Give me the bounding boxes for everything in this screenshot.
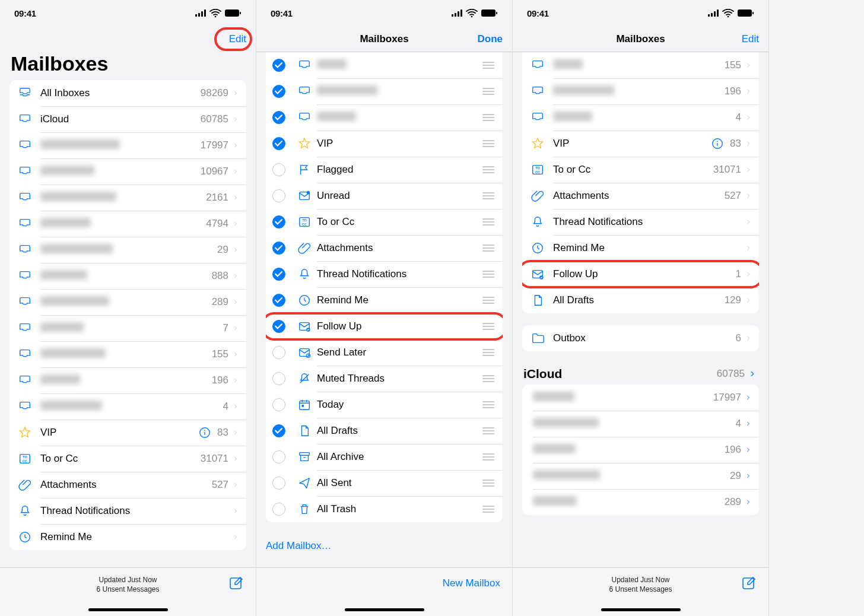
mailbox-edit-row[interactable] [266,52,503,78]
mailbox-edit-row[interactable]: Muted Threads [266,366,503,392]
checkbox[interactable] [266,503,292,516]
checkbox[interactable] [266,424,292,437]
checkbox[interactable] [266,137,292,150]
drag-handle-icon[interactable] [481,140,495,147]
checkbox[interactable] [266,242,292,255]
compose-icon[interactable] [228,576,244,592]
mailbox-row[interactable]: VIP 83 [522,131,759,157]
mailbox-scroll[interactable]: 155 196 4 VIP 83 [513,52,768,567]
mailbox-row[interactable]: 888 [9,263,246,289]
mailbox-row[interactable]: VIP 83 [9,420,246,446]
new-mailbox-button[interactable]: New Mailbox [443,577,500,589]
drag-handle-icon[interactable] [481,245,495,252]
mailbox-edit-row[interactable]: Unread [266,183,503,209]
checkbox[interactable] [266,320,292,333]
drag-handle-icon[interactable] [481,62,495,69]
mailbox-edit-row[interactable]: Flagged [266,157,503,183]
mailbox-row[interactable]: 10967 [9,158,246,185]
drag-handle-icon[interactable] [481,297,495,304]
drag-handle-icon[interactable] [481,271,495,278]
mailbox-edit-row[interactable]: Send Later [266,339,503,366]
mailbox-row[interactable]: Thread Notifications [522,209,759,235]
checkbox[interactable] [266,477,292,490]
mailbox-row[interactable]: 2161 [9,185,246,211]
folder-row[interactable]: 17997 [522,385,759,411]
drag-handle-icon[interactable] [481,166,495,173]
compose-icon[interactable] [741,576,757,592]
mailbox-edit-row[interactable]: All Trash [266,496,503,522]
outbox-row[interactable]: Outbox 6 [522,325,759,351]
mailbox-row[interactable]: 4 [9,393,246,420]
checkbox[interactable] [266,450,292,463]
checkbox[interactable] [266,346,292,359]
drag-handle-icon[interactable] [481,401,495,408]
mailbox-edit-row[interactable] [266,104,503,131]
drag-handle-icon[interactable] [481,480,495,487]
mailbox-row[interactable]: 196 [9,367,246,393]
drag-handle-icon[interactable] [481,453,495,461]
mailbox-row[interactable]: 196 [522,78,759,104]
mailbox-row[interactable]: All Drafts 129 [522,287,759,313]
mailbox-edit-row[interactable]: Thread Notifications [266,261,503,287]
mailbox-row[interactable]: 155 [9,341,246,367]
mailbox-row[interactable]: Attachments 527 [9,472,246,498]
add-mailbox-button[interactable]: Add Mailbox… [256,534,512,558]
mailbox-row[interactable]: Thread Notifications [9,498,246,524]
checkbox[interactable] [266,59,292,72]
mailbox-row[interactable]: 4794 [9,211,246,237]
drag-handle-icon[interactable] [481,349,495,356]
checkbox[interactable] [266,398,292,411]
done-button[interactable]: Done [478,33,503,45]
edit-button[interactable]: Edit [742,33,759,45]
checkbox[interactable] [266,85,292,98]
checkbox[interactable] [266,372,292,385]
mailbox-edit-row[interactable]: All Sent [266,470,503,496]
folder-row[interactable]: 196 [522,437,759,463]
drag-handle-icon[interactable] [481,218,495,226]
mailbox-row[interactable]: iCloud 60785 [9,106,246,132]
icloud-section-header[interactable]: iCloud 60785 [513,363,768,385]
folder-row[interactable]: 29 [522,463,759,489]
mailbox-edit-row[interactable]: Today [266,392,503,418]
mailbox-scroll[interactable]: All Inboxes 98269 iCloud 60785 17997 [0,80,256,567]
checkbox[interactable] [266,189,292,202]
mailbox-row[interactable]: 29 [9,237,246,263]
drag-handle-icon[interactable] [481,192,495,199]
mailbox-edit-scroll[interactable]: VIP Flagged Unread To or Cc [256,52,512,567]
mailbox-edit-row[interactable] [266,78,503,104]
mailbox-row[interactable]: 289 [9,289,246,315]
checkbox[interactable] [266,215,292,228]
mailbox-edit-row[interactable]: To or Cc [266,209,503,235]
checkbox[interactable] [266,268,292,281]
mailbox-row[interactable]: 17997 [9,132,246,158]
drag-handle-icon[interactable] [481,427,495,434]
drag-handle-icon[interactable] [481,88,495,95]
folder-row[interactable]: 4 [522,411,759,437]
mailbox-edit-row[interactable]: All Archive [266,444,503,470]
mailbox-row[interactable]: Follow Up 1 [522,261,759,287]
edit-button[interactable]: Edit [229,33,246,45]
checkbox[interactable] [266,163,292,176]
mailbox-row[interactable]: All Inboxes 98269 [9,80,246,106]
checkbox[interactable] [266,111,292,124]
drag-handle-icon[interactable] [481,114,495,121]
drag-handle-icon[interactable] [481,506,495,513]
mailbox-row[interactable]: Remind Me [522,235,759,261]
mailbox-row[interactable]: 4 [522,104,759,131]
mailbox-row[interactable]: Attachments 527 [522,183,759,209]
mailbox-edit-row[interactable]: VIP [266,131,503,157]
folder-row[interactable]: 289 [522,489,759,515]
mailbox-edit-row[interactable]: Attachments [266,235,503,261]
checkbox[interactable] [266,294,292,307]
info-icon[interactable] [711,137,724,150]
mailbox-row[interactable]: To or Cc 31071 [522,157,759,183]
mailbox-row[interactable]: Remind Me [9,524,246,550]
mailbox-row[interactable]: 7 [9,315,246,341]
mailbox-row[interactable]: To or Cc 31071 [9,446,246,472]
mailbox-edit-row[interactable]: All Drafts [266,418,503,444]
mailbox-row[interactable]: 155 [522,52,759,78]
drag-handle-icon[interactable] [481,375,495,382]
mailbox-edit-row[interactable]: Follow Up [266,313,503,339]
drag-handle-icon[interactable] [481,323,495,330]
mailbox-edit-row[interactable]: Remind Me [266,287,503,313]
